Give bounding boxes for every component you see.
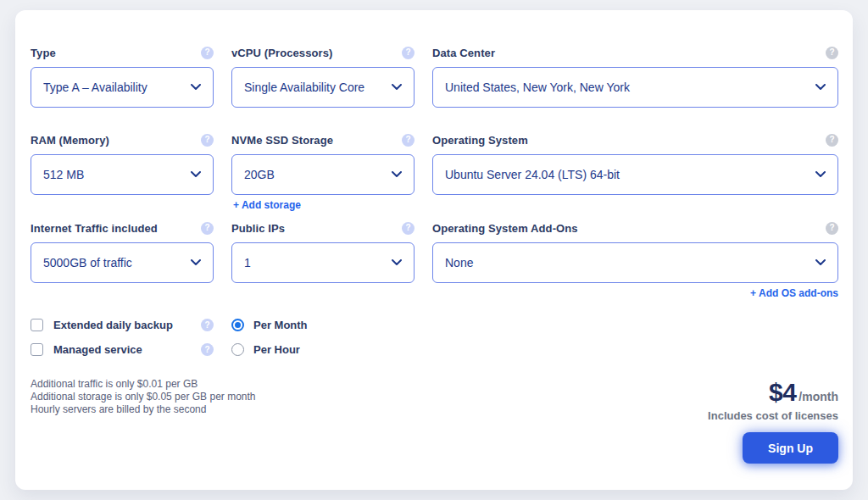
vcpu-select[interactable]: Single Availability Core [231, 67, 415, 108]
traffic-select-value: 5000GB of traffic [43, 256, 184, 269]
datacenter-select[interactable]: United States, New York, New York [432, 67, 838, 108]
datacenter-label: Data Center [432, 47, 495, 59]
ram-select-value: 512 MB [43, 168, 184, 181]
help-icon[interactable] [826, 222, 838, 235]
pricing-notes: Additional traffic is only $0.01 per GB … [31, 378, 256, 416]
field-vcpu: vCPU (Processors) Single Availability Co… [231, 46, 415, 108]
price-amount: $4 [769, 378, 796, 407]
ram-select[interactable]: 512 MB [31, 154, 214, 195]
radio-icon[interactable] [231, 319, 244, 331]
chevron-down-icon [392, 84, 402, 91]
vcpu-select-value: Single Availability Core [244, 81, 385, 94]
per-month-label: Per Month [253, 319, 308, 331]
field-head: Internet Traffic included [31, 221, 214, 235]
field-head: Type [31, 46, 214, 59]
price-summary: $4 /month Includes cost of licenses Sign… [708, 378, 838, 464]
select-area: 512 MB [31, 154, 214, 195]
help-icon[interactable] [201, 47, 214, 59]
per-hour-radio[interactable]: Per Hour [231, 343, 415, 356]
per-month-radio[interactable]: Per Month [231, 319, 415, 331]
chevron-down-icon [815, 84, 826, 91]
help-icon[interactable] [201, 343, 214, 356]
help-icon[interactable] [201, 319, 214, 331]
radio-icon[interactable] [231, 343, 244, 356]
field-type: Type Type A – Availability [31, 46, 214, 108]
select-area: 5000GB of traffic [31, 242, 214, 283]
sign-up-button[interactable]: Sign Up [743, 432, 838, 464]
billing-period-options: Per Month Per Hour [231, 319, 415, 356]
field-datacenter: Data Center United States, New York, New… [432, 46, 838, 108]
chevron-down-icon [392, 259, 402, 266]
traffic-label: Internet Traffic included [31, 222, 158, 235]
select-area: Single Availability Core [231, 67, 415, 108]
field-os-addons: Operating System Add-Ons None + Add OS a… [432, 221, 838, 283]
managed-service-label: Managed service [53, 343, 201, 356]
note-storage: Additional storage is only $0.05 per GB … [31, 391, 256, 403]
note-traffic: Additional traffic is only $0.01 per GB [31, 378, 256, 391]
public-ips-select-value: 1 [244, 256, 385, 269]
os-select[interactable]: Ubuntu Server 24.04 (LTS) 64-bit [432, 154, 838, 195]
field-ram: RAM (Memory) 512 MB [31, 133, 214, 195]
server-config-card: Type Type A – Availability vCPU (Process… [15, 10, 853, 490]
os-addons-select-value: None [445, 256, 809, 269]
help-icon[interactable] [826, 134, 838, 147]
note-hourly: Hourly servers are billed by the second [31, 403, 256, 416]
help-icon[interactable] [201, 222, 214, 235]
chevron-down-icon [392, 171, 402, 178]
public-ips-label: Public IPs [231, 222, 285, 235]
os-label: Operating System [432, 134, 528, 147]
select-area: United States, New York, New York [432, 67, 838, 108]
storage-select[interactable]: 20GB [231, 154, 415, 195]
help-icon[interactable] [402, 47, 415, 59]
os-select-value: Ubuntu Server 24.04 (LTS) 64-bit [445, 168, 809, 181]
add-os-addons-link[interactable]: + Add OS add-ons [750, 287, 838, 299]
price-period: /month [798, 390, 838, 403]
help-icon[interactable] [402, 222, 415, 235]
per-hour-label: Per Hour [253, 343, 300, 356]
select-area: Ubuntu Server 24.04 (LTS) 64-bit [432, 154, 838, 195]
config-row-3: Internet Traffic included 5000GB of traf… [31, 221, 838, 283]
addon-options: Extended daily backup Managed service [31, 319, 214, 356]
field-public-ips: Public IPs 1 [231, 221, 415, 283]
traffic-select[interactable]: 5000GB of traffic [31, 242, 214, 283]
datacenter-select-value: United States, New York, New York [445, 81, 809, 94]
type-select-value: Type A – Availability [43, 81, 184, 94]
field-traffic: Internet Traffic included 5000GB of traf… [31, 221, 214, 283]
chevron-down-icon [191, 171, 201, 178]
type-select[interactable]: Type A – Availability [31, 67, 214, 108]
add-storage-link[interactable]: + Add storage [233, 199, 301, 211]
config-row-2: RAM (Memory) 512 MB NVMe SSD Storage 20G… [31, 133, 838, 195]
help-icon[interactable] [201, 134, 214, 147]
vcpu-label: vCPU (Processors) [231, 47, 332, 59]
ram-label: RAM (Memory) [31, 134, 109, 147]
extended-backup-option[interactable]: Extended daily backup [31, 319, 214, 331]
os-addons-label: Operating System Add-Ons [432, 222, 578, 235]
managed-service-option[interactable]: Managed service [31, 343, 214, 356]
os-addons-select[interactable]: None [432, 242, 838, 283]
config-row-1: Type Type A – Availability vCPU (Process… [31, 46, 838, 108]
field-storage: NVMe SSD Storage 20GB + Add storage [231, 133, 415, 195]
select-area: Type A – Availability [31, 67, 214, 108]
help-icon[interactable] [826, 47, 838, 59]
storage-select-value: 20GB [244, 168, 385, 181]
field-head: vCPU (Processors) [231, 46, 415, 59]
field-head: Operating System Add-Ons [432, 221, 838, 235]
select-area: 1 [231, 242, 415, 283]
field-os: Operating System Ubuntu Server 24.04 (LT… [432, 133, 838, 195]
licenses-note: Includes cost of licenses [708, 409, 838, 422]
help-icon[interactable] [402, 134, 415, 147]
checkbox-icon[interactable] [31, 343, 43, 356]
field-head: Operating System [432, 133, 838, 147]
field-head: Public IPs [231, 221, 415, 235]
chevron-down-icon [815, 171, 826, 178]
public-ips-select[interactable]: 1 [231, 242, 415, 283]
extended-backup-label: Extended daily backup [53, 319, 201, 331]
type-label: Type [31, 47, 56, 59]
select-area: 20GB + Add storage [231, 154, 415, 195]
bottom-section: Additional traffic is only $0.01 per GB … [31, 378, 838, 464]
field-head: RAM (Memory) [31, 133, 214, 147]
chevron-down-icon [191, 84, 201, 91]
checkbox-icon[interactable] [31, 319, 43, 331]
select-area: None + Add OS add-ons [432, 242, 838, 283]
field-head: NVMe SSD Storage [231, 133, 415, 147]
